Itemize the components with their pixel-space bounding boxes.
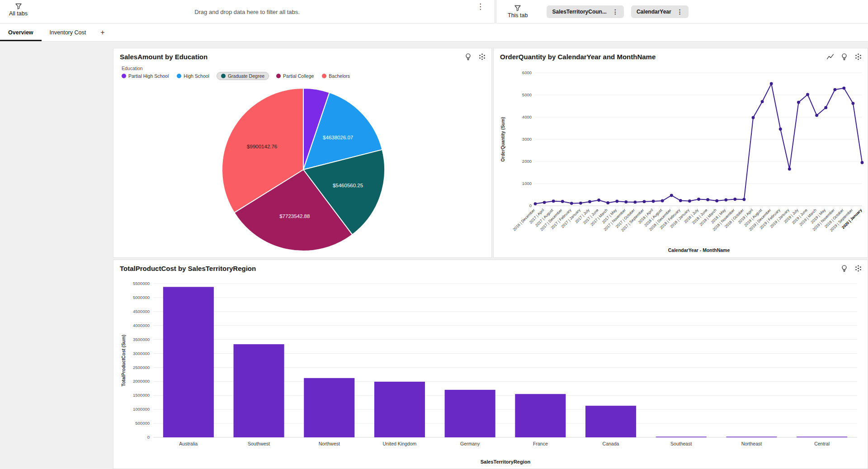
filter-pill-calendaryear[interactable]: CalendarYear ⋮ [631, 5, 689, 18]
line-point[interactable] [615, 200, 618, 203]
filter-pill-label: SalesTerritoryCoun... [552, 9, 606, 15]
x-tick-label: Australia [179, 441, 198, 446]
line-point[interactable] [770, 82, 773, 85]
line-point[interactable] [652, 200, 655, 203]
line-point[interactable] [806, 93, 809, 96]
legend-item-partial-college[interactable]: Partial College [275, 72, 315, 80]
explore-dots-icon[interactable] [478, 53, 486, 61]
x-tick-label: Southeast [670, 441, 692, 446]
line-point[interactable] [606, 201, 609, 204]
line-point[interactable] [661, 199, 664, 203]
dashboard-canvas: SalesAmount by Education Education Parti… [0, 42, 868, 469]
line-point[interactable] [743, 198, 746, 201]
line-point[interactable] [788, 167, 791, 171]
insights-lightbulb-icon[interactable] [464, 53, 472, 61]
line-point[interactable] [561, 200, 564, 203]
line-point[interactable] [761, 100, 764, 103]
trend-chart-icon[interactable] [826, 53, 834, 61]
bar-france[interactable] [515, 394, 566, 437]
line-point[interactable] [552, 199, 555, 203]
pie-chart-card: SalesAmount by Education Education Parti… [113, 48, 492, 258]
x-tick-label: Northwest [319, 441, 340, 446]
pie-slice-label: $7723542.88 [279, 213, 310, 219]
line-point[interactable] [852, 102, 855, 105]
line-point[interactable] [697, 198, 700, 201]
line-point[interactable] [570, 202, 573, 205]
tab-inventory-cost[interactable]: Inventory Cost [42, 24, 94, 41]
y-tick-label: 5000000 [133, 295, 150, 300]
legend-item-bachelors[interactable]: Bachelors [321, 72, 351, 80]
overflow-menu-icon[interactable]: ⋮ [476, 3, 484, 10]
legend-item-high-school[interactable]: High School [176, 72, 210, 80]
y-tick-label: 1000 [522, 181, 532, 186]
x-axis-title: SalesTerritoryRegion [481, 459, 531, 464]
line-point[interactable] [643, 200, 646, 203]
bar-central[interactable] [797, 437, 847, 438]
bar-australia[interactable] [163, 287, 214, 437]
y-tick-label: 3500000 [133, 337, 150, 342]
line-point[interactable] [833, 88, 836, 91]
legend-swatch [322, 74, 326, 78]
line-point[interactable] [597, 199, 600, 202]
bar-chart-title: TotalProductCost by SalesTerritoryRegion [120, 265, 256, 272]
line-point[interactable] [715, 199, 718, 203]
legend-item-partial-high-school[interactable]: Partial High School [121, 72, 170, 80]
line-point[interactable] [861, 161, 864, 164]
line-point[interactable] [842, 86, 845, 90]
y-tick-label: 0 [529, 203, 532, 208]
line-point[interactable] [797, 101, 800, 104]
line-point[interactable] [670, 194, 673, 197]
legend-swatch [221, 74, 226, 78]
this-tab-filter-zone: This tab SalesTerritoryCoun... ⋮ Calenda… [497, 0, 868, 24]
bar-southwest[interactable] [234, 344, 284, 437]
this-tab-filter[interactable]: This tab [508, 5, 528, 19]
line-point[interactable] [815, 114, 818, 117]
line-point[interactable] [588, 200, 591, 204]
y-axis-title: OrderQuantity (Sum) [500, 117, 505, 162]
line-point[interactable] [579, 202, 582, 205]
line-point[interactable] [779, 128, 782, 131]
line-point[interactable] [733, 198, 736, 201]
bar-united-kingdom[interactable] [374, 382, 425, 437]
line-point[interactable] [824, 106, 827, 109]
legend-label: High School [184, 73, 209, 79]
line-point[interactable] [679, 199, 682, 202]
line-chart-card: OrderQuantity by CalendarYear and MonthN… [493, 48, 868, 258]
legend-label: Graduate Degree [228, 73, 264, 79]
overflow-menu-icon[interactable]: ⋮ [612, 9, 618, 15]
line-point[interactable] [688, 199, 691, 203]
explore-dots-icon[interactable] [854, 265, 862, 272]
line-point[interactable] [534, 202, 537, 205]
x-tick-label: Canada [603, 441, 619, 446]
line-chart-title: OrderQuantity by CalendarYear and MonthN… [500, 53, 656, 61]
line-point[interactable] [634, 201, 637, 204]
insights-lightbulb-icon[interactable] [840, 265, 848, 272]
all-tabs-filter-zone[interactable]: All tabs Drag and drop data here to filt… [0, 0, 494, 24]
filter-pill-salesterritory[interactable]: SalesTerritoryCoun... ⋮ [547, 5, 623, 18]
bar-canada[interactable] [585, 406, 636, 437]
x-tick-label: Germany [460, 441, 480, 446]
line-point[interactable] [752, 116, 755, 119]
y-tick-label: 3000 [522, 137, 532, 142]
bar-northwest[interactable] [304, 378, 354, 437]
explore-dots-icon[interactable] [854, 53, 862, 61]
tab-bar: Overview Inventory Cost + [0, 24, 868, 42]
bar-northeast[interactable] [726, 437, 777, 438]
y-tick-label: 4500000 [133, 309, 150, 314]
insights-lightbulb-icon[interactable] [840, 53, 848, 61]
legend-swatch [177, 74, 181, 78]
tab-overview[interactable]: Overview [0, 24, 42, 41]
overflow-menu-icon[interactable]: ⋮ [677, 9, 683, 15]
line-point[interactable] [624, 200, 627, 204]
x-axis-title: CalendarYear - MonthName [668, 247, 730, 253]
bar-germany[interactable] [445, 390, 495, 437]
tab-label: Overview [8, 29, 33, 36]
line-point[interactable] [706, 198, 709, 201]
y-tick-label: 5000 [522, 92, 532, 97]
line-point[interactable] [724, 199, 727, 202]
add-tab-button[interactable]: + [94, 24, 111, 41]
tab-label: Inventory Cost [50, 29, 86, 36]
line-point[interactable] [543, 201, 546, 204]
bar-southeast[interactable] [656, 437, 707, 438]
top-filter-bar: All tabs Drag and drop data here to filt… [0, 0, 868, 24]
